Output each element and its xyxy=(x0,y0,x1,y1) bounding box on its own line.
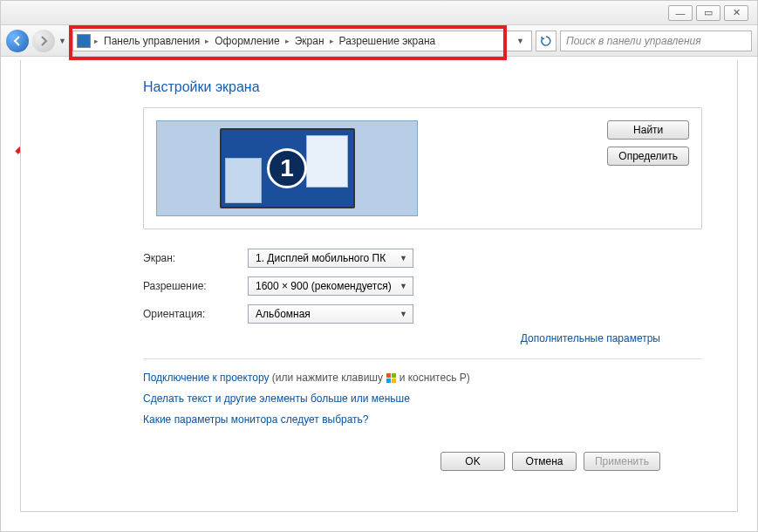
monitor-preview-area: 1 Найти Определить xyxy=(143,107,702,229)
projector-hint-a: (или нажмите клавишу xyxy=(272,372,383,384)
chevron-down-icon: ▼ xyxy=(399,282,407,290)
apply-button[interactable]: Применить xyxy=(584,452,660,471)
windows-key-icon xyxy=(386,373,396,384)
breadcrumb-item[interactable]: Экран xyxy=(293,35,326,47)
projector-hint-b: и коснитесь P) xyxy=(399,372,470,384)
forward-button[interactable] xyxy=(32,30,55,52)
monitor-number-badge: 1 xyxy=(267,148,307,188)
search-input[interactable]: Поиск в панели управления xyxy=(560,31,752,51)
breadcrumb-arrow: ▸ xyxy=(328,37,336,45)
display-label: Экран: xyxy=(143,252,248,264)
orientation-label: Ориентация: xyxy=(143,308,248,320)
breadcrumb-arrow: ▸ xyxy=(92,37,100,45)
display-combo[interactable]: 1. Дисплей мобильного ПК ▼ xyxy=(248,249,413,268)
resolution-label: Разрешение: xyxy=(143,280,248,292)
breadcrumb-item[interactable]: Панель управления xyxy=(102,35,201,47)
back-button[interactable] xyxy=(6,30,29,52)
breadcrumb-arrow: ▸ xyxy=(283,37,291,45)
display-value: 1. Дисплей мобильного ПК xyxy=(256,252,386,264)
chevron-down-icon: ▼ xyxy=(399,310,407,318)
monitor-thumbnail[interactable]: 1 xyxy=(220,128,355,208)
nav-history-dropdown[interactable]: ▼ xyxy=(58,37,69,45)
chevron-down-icon: ▼ xyxy=(399,254,407,263)
page-title: Настройки экрана xyxy=(143,79,702,95)
address-dropdown-arrow[interactable]: ▼ xyxy=(513,37,528,45)
cancel-button[interactable]: Отмена xyxy=(512,452,577,471)
monitor-preview-bg: 1 xyxy=(156,120,418,216)
orientation-value: Альбомная xyxy=(256,308,311,320)
titlebar: — ▭ ✕ xyxy=(1,1,757,25)
minimize-button[interactable]: — xyxy=(668,5,693,21)
navbar: ▼ ▸ Панель управления ▸ Оформление ▸ Экр… xyxy=(1,25,757,57)
breadcrumb-item[interactable]: Оформление xyxy=(213,35,281,47)
thumb-window-icon xyxy=(225,158,262,203)
resolution-combo[interactable]: 1600 × 900 (рекомендуется) ▼ xyxy=(248,276,413,296)
projector-link[interactable]: Подключение к проектору xyxy=(143,372,270,384)
breadcrumb-item[interactable]: Разрешение экрана xyxy=(338,35,438,47)
control-panel-icon xyxy=(77,34,91,48)
orientation-combo[interactable]: Альбомная ▼ xyxy=(248,304,413,324)
which-settings-link[interactable]: Какие параметры монитора следует выбрать… xyxy=(143,413,369,426)
address-bar[interactable]: ▸ Панель управления ▸ Оформление ▸ Экран… xyxy=(72,31,532,51)
maximize-button[interactable]: ▭ xyxy=(696,5,720,21)
text-size-link[interactable]: Сделать текст и другие элементы больше и… xyxy=(143,392,410,405)
ok-button[interactable]: OK xyxy=(440,452,505,471)
thumb-window-icon xyxy=(306,135,348,188)
divider xyxy=(143,358,702,359)
find-button[interactable]: Найти xyxy=(607,120,689,140)
search-placeholder: Поиск в панели управления xyxy=(566,35,701,47)
resolution-value: 1600 × 900 (рекомендуется) xyxy=(256,280,392,292)
advanced-settings-link[interactable]: Дополнительные параметры xyxy=(521,332,660,344)
refresh-button[interactable] xyxy=(536,31,557,51)
breadcrumb-arrow: ▸ xyxy=(203,37,211,45)
detect-button[interactable]: Определить xyxy=(607,147,689,166)
close-button[interactable]: ✕ xyxy=(724,5,748,21)
content-area: Настройки экрана 1 Найти Определить Экра… xyxy=(20,60,738,512)
